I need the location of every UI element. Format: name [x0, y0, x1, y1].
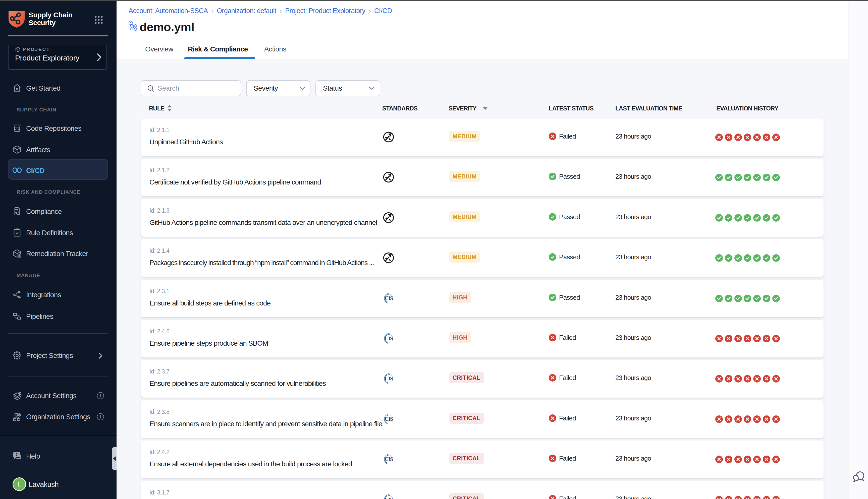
- svg-text:?: ?: [15, 453, 18, 457]
